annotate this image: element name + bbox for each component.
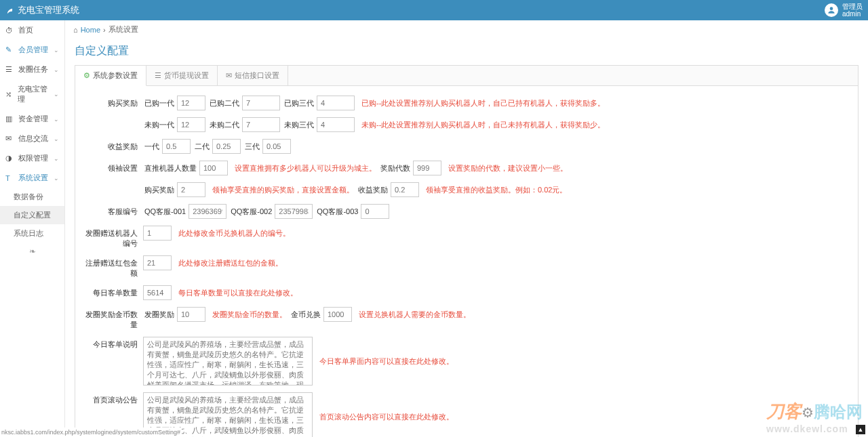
sidebar-sub-backup[interactable]: 数据备份	[0, 188, 64, 206]
breadcrumb: ⌂ Home › 系统设置	[65, 20, 868, 39]
user-menu[interactable]: 管理员 admin	[825, 3, 863, 18]
leader-buy-input[interactable]	[177, 182, 205, 197]
home-icon: ⌂	[73, 26, 78, 34]
sidebar-sub-log[interactable]: 系统日志	[0, 224, 64, 243]
book-icon: ▥	[5, 115, 15, 123]
chevron-down-icon: ⌄	[54, 91, 59, 98]
daily-input[interactable]	[143, 285, 172, 300]
robot-id-input[interactable]	[143, 226, 172, 241]
qq1-input[interactable]	[189, 204, 226, 219]
dashboard-icon: ⏱	[5, 26, 15, 35]
profit-g2-input[interactable]	[212, 139, 241, 154]
form: 购买奖励 已购一代 已购二代 已购三代 已购--此处设置推荐别人购买机器人时，自…	[75, 86, 858, 437]
comments-icon: ✉	[5, 134, 15, 143]
today-desc-textarea[interactable]	[143, 337, 313, 386]
tasks-icon: ☰	[5, 65, 15, 74]
avatar-icon	[825, 3, 838, 17]
coin-label: 发圈奖励金币数量	[82, 307, 143, 330]
profit-g1-input[interactable]	[162, 139, 191, 154]
sidebar-item-system[interactable]: T系统设置⌄	[0, 168, 64, 188]
edit-icon: ✎	[5, 45, 15, 54]
buy-hint: 已购--此处设置推荐别人购买机器人时，自己已持有机器人，获得奖励多。	[361, 98, 605, 108]
buy-g3-input[interactable]	[317, 96, 355, 110]
panel: ⚙系统参数设置 ☰货币提现设置 ✉短信接口设置 购买奖励 已购一代 已购二代 已…	[75, 65, 859, 437]
leader-profit-input[interactable]	[391, 182, 419, 197]
status-bar-url: nksc.iabbs1.com/index.php/systemlogined/…	[0, 428, 182, 437]
leaf-decor-icon: ❧	[0, 247, 64, 256]
qq3-input[interactable]	[361, 204, 389, 219]
nobuy-g1-input[interactable]	[177, 117, 205, 132]
tab-sms[interactable]: ✉短信接口设置	[218, 66, 288, 85]
watermark: 刀客⚙腾哈网 www.dkewl.com	[766, 400, 863, 434]
leader-gen-input[interactable]	[413, 161, 441, 175]
user-role: 管理员	[842, 3, 863, 10]
sidebar-item-fund[interactable]: ▥资金管理⌄	[0, 109, 64, 129]
sidebar-item-charger[interactable]: ⤭充电宝管理⌄	[0, 79, 64, 109]
reg-red-input[interactable]	[143, 255, 172, 270]
user-name: admin	[842, 10, 863, 18]
sidebar-sub-config[interactable]: 自定义配置	[0, 206, 64, 224]
tab-system-params[interactable]: ⚙系统参数设置	[75, 66, 146, 86]
buy-g2-input[interactable]	[242, 96, 280, 110]
profit-g3-input[interactable]	[262, 139, 291, 154]
text-icon: T	[5, 174, 15, 182]
chevron-down-icon: ⌄	[54, 136, 59, 142]
brand-text: 充电宝管理系统	[18, 4, 79, 16]
sidebar-item-home[interactable]: ⏱首页	[0, 20, 64, 40]
qq2-input[interactable]	[275, 204, 313, 219]
home-notice-label: 首页滚动公告	[82, 392, 143, 405]
leaf-icon	[5, 5, 15, 15]
reg-red-label: 注册赠送红包金额	[82, 255, 143, 278]
coin-b-input[interactable]	[323, 307, 352, 322]
today-desc-label: 今日客单说明	[82, 337, 143, 350]
profit-label: 收益奖励	[82, 139, 143, 152]
svg-point-0	[830, 7, 833, 10]
random-icon: ⤭	[5, 90, 14, 99]
chevron-down-icon: ⌄	[54, 47, 59, 54]
sidebar-item-auth[interactable]: ◑权限管理⌄	[0, 148, 64, 168]
breadcrumb-current: 系统设置	[108, 24, 138, 35]
sidebar-item-member[interactable]: ✎会员管理⌄	[0, 40, 64, 60]
envelope-icon: ✉	[226, 71, 232, 80]
tabs: ⚙系统参数设置 ☰货币提现设置 ✉短信接口设置	[75, 66, 858, 86]
tab-withdraw[interactable]: ☰货币提现设置	[146, 66, 218, 85]
sidebar-item-task[interactable]: ☰发圈任务⌄	[0, 60, 64, 79]
chevron-down-icon: ⌄	[54, 66, 59, 73]
list-icon: ☰	[155, 71, 161, 80]
brand: 充电宝管理系统	[5, 4, 79, 16]
leader-label: 领袖设置	[82, 161, 143, 173]
sliders-icon: ⚙	[83, 71, 90, 80]
buy-reward-label: 购买奖励	[82, 96, 143, 108]
sidebar-item-msg[interactable]: ✉信息交流⌄	[0, 129, 64, 148]
lock-icon: ◑	[5, 154, 15, 163]
chevron-down-icon: ⌄	[54, 155, 59, 162]
qq-label: 客服编号	[82, 204, 143, 217]
leader-direct-input[interactable]	[199, 161, 228, 175]
chevron-down-icon: ⌄	[54, 116, 59, 123]
buy-g1-input[interactable]	[177, 96, 205, 110]
robot-id-label: 发圈赠送机器人编号	[82, 226, 143, 249]
top-bar: 充电宝管理系统 管理员 admin	[0, 0, 868, 20]
nobuy-g3-input[interactable]	[317, 117, 355, 132]
nobuy-hint: 未购--此处设置推荐别人购买机器人时，自己未持有机器人，获得奖励少。	[361, 120, 605, 130]
scroll-top-button[interactable]: ▲	[856, 425, 865, 434]
page-title: 自定义配置	[75, 39, 859, 65]
breadcrumb-home[interactable]: Home	[81, 26, 100, 34]
chevron-down-icon: ⌄	[54, 175, 59, 182]
nobuy-g2-input[interactable]	[242, 117, 280, 132]
daily-label: 每日客单数量	[82, 285, 143, 298]
coin-a-input[interactable]	[177, 307, 205, 322]
sidebar: ⏱首页 ✎会员管理⌄ ☰发圈任务⌄ ⤭充电宝管理⌄ ▥资金管理⌄ ✉信息交流⌄ …	[0, 20, 65, 437]
